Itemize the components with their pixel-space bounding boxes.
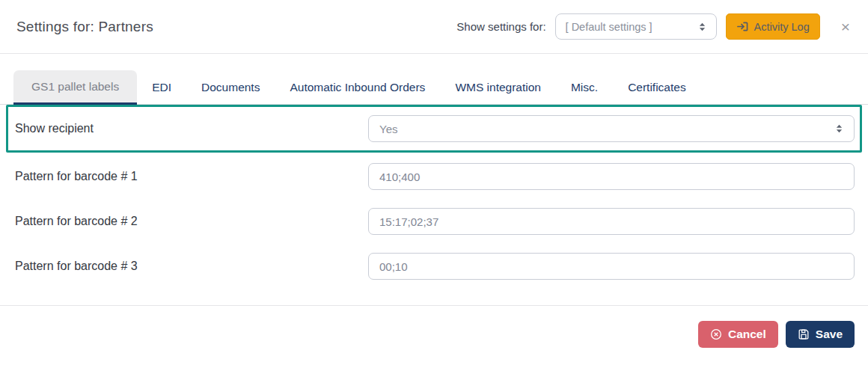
header-actions: Show settings for: [ Default settings ] … [456,13,855,40]
tab-automatic-inbound-orders[interactable]: Automatic Inbound Orders [275,70,440,105]
setting-row-barcode-2: Pattern for barcode # 2 [0,199,868,244]
tab-certificates[interactable]: Certificates [613,70,701,105]
setting-row-barcode-3: Pattern for barcode # 3 [0,244,868,289]
setting-row-barcode-1: Pattern for barcode # 1 [0,154,868,199]
chevron-updown-icon [697,22,707,32]
modal-footer: Cancel Save [0,305,868,368]
barcode-2-input[interactable] [368,208,855,235]
tab-documents[interactable]: Documents [186,70,275,105]
save-floppy-icon [798,328,810,340]
settings-profile-select[interactable]: [ Default settings ] [555,13,717,40]
barcode-3-input[interactable] [368,253,855,280]
show-recipient-label: Show recipient [15,122,368,135]
settings-modal: Settings for: Partners Show settings for… [0,0,868,368]
settings-profile-value: [ Default settings ] [566,21,652,33]
tab-edi[interactable]: EDI [137,70,186,105]
modal-header: Settings for: Partners Show settings for… [0,0,868,54]
barcode-3-label: Pattern for barcode # 3 [15,260,368,273]
activity-log-button[interactable]: Activity Log [726,13,820,40]
tab-wms-integration[interactable]: WMS integration [440,70,556,105]
cancel-button[interactable]: Cancel [698,321,778,348]
chevron-updown-icon [834,123,844,134]
cancel-circle-x-icon [710,328,722,340]
activity-log-icon [736,20,749,33]
page-title: Settings for: Partners [16,19,153,35]
save-button-label: Save [816,328,843,341]
tab-bar: GS1 pallet labels EDI Documents Automati… [13,70,868,105]
save-button[interactable]: Save [786,321,855,348]
tab-gs1-pallet-labels[interactable]: GS1 pallet labels [13,70,137,105]
tab-misc[interactable]: Misc. [556,70,613,105]
setting-row-show-recipient: Show recipient Yes [6,105,862,153]
show-recipient-value: Yes [379,123,397,135]
show-settings-for-label: Show settings for: [456,20,545,33]
show-recipient-select[interactable]: Yes [368,115,855,142]
barcode-1-input[interactable] [368,163,855,190]
settings-form: Show recipient Yes Pattern for barcode #… [0,105,868,305]
activity-log-label: Activity Log [754,21,810,33]
barcode-2-label: Pattern for barcode # 2 [15,215,368,228]
cancel-button-label: Cancel [728,328,766,341]
close-icon[interactable]: × [837,17,855,36]
barcode-1-label: Pattern for barcode # 1 [15,170,368,183]
